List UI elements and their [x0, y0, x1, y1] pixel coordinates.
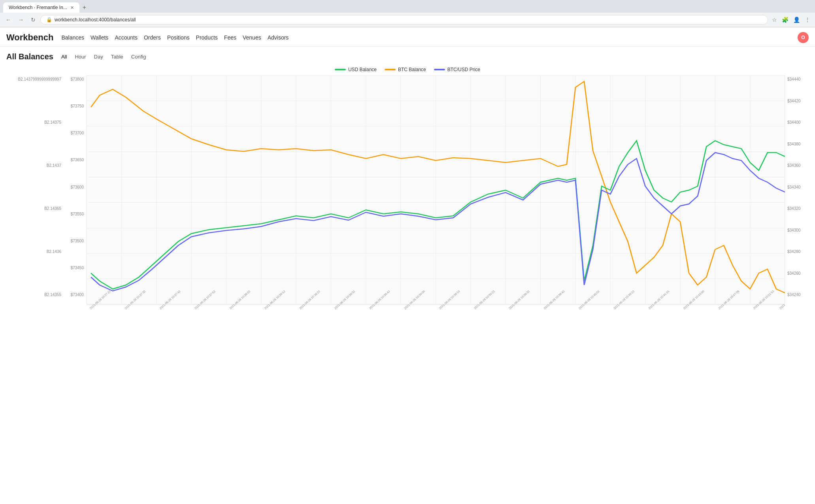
browser-chrome: Workbench · Fremantle In... ✕ +	[0, 0, 815, 13]
y-btc-4: B2.14365	[6, 206, 61, 211]
extensions-button[interactable]: 🧩	[780, 15, 790, 25]
nav-products[interactable]: Products	[196, 34, 218, 42]
tab-title: Workbench · Fremantle In...	[9, 5, 67, 10]
tab-table[interactable]: Table	[109, 53, 125, 60]
nav-accounts[interactable]: Accounts	[115, 34, 138, 42]
chart-legend: USD Balance BTC Balance BTC/USD Price	[6, 67, 809, 72]
browser-tabs: Workbench · Fremantle In... ✕ +	[3, 2, 812, 13]
legend-price-label: BTC/USD Price	[447, 67, 480, 72]
y-price-7: $34320	[787, 206, 809, 211]
svg-wrapper: 2021-06-28 10:37:22 2021-06-28 10:37:32 …	[87, 76, 785, 321]
y-price-6: $34340	[787, 185, 809, 189]
page-tabs: All Hour Day Table Config	[60, 53, 147, 60]
y-btc-3: B2.1437	[6, 163, 61, 168]
y-price-4: $34380	[787, 142, 809, 146]
y-axis-price: $34440 $34420 $34400 $34380 $34360 $3434…	[785, 76, 809, 321]
legend-usd-color	[335, 69, 346, 70]
app-header: Workbench Balances Wallets Accounts Orde…	[0, 27, 815, 47]
page-content: All Balances All Hour Day Table Config U…	[0, 47, 815, 326]
address-bar[interactable]: 🔒 workbench.localhost:4000/balances/all	[40, 15, 768, 25]
y-price-3: $34400	[787, 120, 809, 125]
y-price-2: $34420	[787, 99, 809, 103]
browser-controls: ← → ↻ 🔒 workbench.localhost:4000/balance…	[0, 13, 815, 27]
y-price-10: $34260	[787, 271, 809, 276]
legend-price: BTC/USD Price	[434, 67, 480, 72]
url-text: workbench.localhost:4000/balances/all	[55, 17, 762, 23]
legend-usd: USD Balance	[335, 67, 377, 72]
legend-usd-label: USD Balance	[348, 67, 377, 72]
y-btc-1: B2.14379999999999997	[6, 77, 61, 81]
tab-day[interactable]: Day	[92, 53, 105, 60]
y-price-11: $34240	[787, 293, 809, 297]
nav-balances[interactable]: Balances	[61, 34, 84, 42]
nav-positions[interactable]: Positions	[167, 34, 190, 42]
y-usd-2: $73750	[64, 104, 84, 108]
y-usd-7: $73500	[64, 239, 84, 243]
tab-all[interactable]: All	[60, 53, 68, 60]
main-nav: Balances Wallets Accounts Orders Positio…	[61, 34, 289, 42]
y-btc-6: B2.14355	[6, 293, 61, 297]
back-button[interactable]: ←	[3, 15, 13, 25]
page-header: All Balances All Hour Day Table Config	[6, 52, 809, 61]
y-usd-6: $73550	[64, 212, 84, 216]
y-usd-8: $73450	[64, 266, 84, 270]
chart-svg: 2021-06-28 10:37:22 2021-06-28 10:37:32 …	[87, 76, 785, 321]
y-price-9: $34280	[787, 249, 809, 254]
y-price-1: $34440	[787, 77, 809, 81]
legend-btc: BTC Balance	[385, 67, 426, 72]
y-price-8: $34300	[787, 228, 809, 232]
user-avatar[interactable]: O	[798, 32, 809, 43]
legend-price-color	[434, 69, 445, 70]
tab-hour[interactable]: Hour	[73, 53, 87, 60]
y-axis-btc: B2.14379999999999997 B2.14375 B2.1437 B2…	[6, 76, 64, 321]
secure-icon: 🔒	[46, 17, 52, 23]
chart-body: B2.14379999999999997 B2.14375 B2.1437 B2…	[6, 76, 809, 321]
app-title: Workbench	[6, 32, 53, 43]
new-tab-button[interactable]: +	[79, 2, 89, 13]
profile-button[interactable]: 👤	[792, 15, 802, 25]
browser-actions: ☆ 🧩 👤 ⋮	[770, 15, 812, 25]
legend-btc-label: BTC Balance	[398, 67, 426, 72]
chart-main: $73800 $73750 $73700 $73650 $73600 $7355…	[64, 76, 785, 321]
forward-button[interactable]: →	[16, 15, 26, 25]
y-usd-5: $73600	[64, 185, 84, 189]
y-usd-1: $73800	[64, 77, 84, 81]
tab-config[interactable]: Config	[130, 53, 148, 60]
bookmark-button[interactable]: ☆	[770, 15, 779, 25]
browser-tab-active[interactable]: Workbench · Fremantle In... ✕	[3, 2, 79, 13]
nav-wallets[interactable]: Wallets	[91, 34, 108, 42]
reload-button[interactable]: ↻	[28, 15, 38, 25]
nav-orders[interactable]: Orders	[144, 34, 161, 42]
y-price-5: $34360	[787, 163, 809, 168]
y-btc-5: B2.1436	[6, 249, 61, 254]
y-usd-4: $73650	[64, 158, 84, 162]
nav-advisors[interactable]: Advisors	[268, 34, 289, 42]
chart-container: USD Balance BTC Balance BTC/USD Price B2…	[6, 67, 809, 321]
nav-venues[interactable]: Venues	[243, 34, 261, 42]
y-usd-3: $73700	[64, 131, 84, 135]
legend-btc-color	[385, 69, 396, 70]
y-axis-usd: $73800 $73750 $73700 $73650 $73600 $7355…	[64, 76, 85, 297]
y-usd-9: $73400	[64, 293, 84, 297]
page-title: All Balances	[6, 52, 53, 61]
menu-button[interactable]: ⋮	[803, 15, 812, 25]
tab-close-button[interactable]: ✕	[70, 5, 74, 10]
nav-fees[interactable]: Fees	[224, 34, 236, 42]
y-btc-2: B2.14375	[6, 120, 61, 125]
